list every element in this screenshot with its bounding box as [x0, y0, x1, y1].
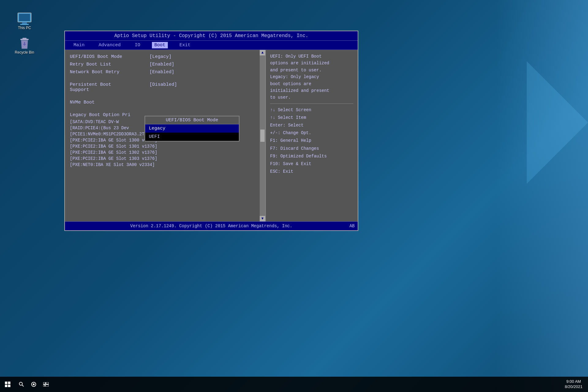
bios-setting-uefi-bios[interactable]: UEFI/BIOS Boot Mode [Legacy]: [70, 53, 260, 61]
svg-rect-17: [45, 385, 49, 386]
taskbar-clock: 9:00 AM 8/20/2021: [565, 379, 582, 390]
bios-footer: Version 2.17.1249. Copyright (C) 2015 Am…: [65, 221, 358, 230]
bios-footer-ab: AB: [349, 224, 355, 228]
svg-rect-3: [20, 24, 29, 25]
bios-label-uefi-bios-mode: UEFI/BIOS Boot Mode: [70, 54, 149, 59]
bios-footer-text: Version 2.17.1249. Copyright (C) 2015 Am…: [130, 224, 292, 228]
bios-label-network-boot: Network Boot Retry: [70, 70, 149, 75]
computer-icon-label: This PC: [18, 26, 31, 30]
bios-scroll-up[interactable]: ▲: [260, 50, 265, 55]
svg-point-10: [19, 382, 22, 385]
bios-boot-item-4[interactable]: [PXE:PCIE2:IBA GE Slot 1301 v1376]: [70, 143, 260, 149]
svg-point-13: [33, 383, 35, 385]
shortcut-f10: F10: Save & Exit: [270, 160, 353, 168]
search-icon: [19, 382, 24, 387]
bios-label-retry-boot: Retry Boot List: [70, 62, 149, 67]
bios-right-panel: UEFI: Only UEFI Boot options are initial…: [266, 50, 358, 221]
svg-rect-6: [5, 382, 7, 384]
task-view-icon: [43, 382, 49, 386]
shortcut-f1: F1: General Help: [270, 137, 353, 145]
svg-rect-1: [19, 14, 30, 21]
taskbar-right-area: 9:00 AM 8/20/2021: [565, 379, 588, 390]
svg-rect-9: [8, 385, 10, 387]
taskbar-start-button[interactable]: [0, 377, 15, 392]
bios-help-text: UEFI: Only UEFI Boot options are initial…: [270, 53, 353, 101]
right-panel-divider: [270, 104, 353, 104]
taskbar-task-view-button[interactable]: [40, 377, 52, 392]
shortcut-f9: F9: Optimized Defaults: [270, 153, 353, 160]
bios-content: UEFI/BIOS Boot Mode [Legacy] Retry Boot …: [65, 50, 358, 221]
bios-scroll-down[interactable]: ▼: [260, 216, 265, 221]
shortcut-change-opt: +/-: Change Opt.: [270, 129, 353, 137]
bios-boot-item-7[interactable]: [PXE:NET0:IBA XE Slot 3A00 v2334]: [70, 162, 260, 168]
bios-popup-item-uefi[interactable]: UEFI: [145, 133, 239, 141]
taskbar-cortana-button[interactable]: [28, 377, 40, 392]
shortcut-esc: ESC: Exit: [270, 168, 353, 175]
light-beam-triangle: [527, 61, 588, 184]
svg-line-11: [22, 385, 24, 386]
svg-rect-7: [8, 382, 10, 384]
recycle-bin-icon-label: Recycle Bin: [15, 50, 34, 55]
bios-shortcuts: ↑↓ Select Screen ↑↓ Select Item Enter: S…: [270, 106, 353, 176]
bios-window: Aptio Setup Utility - Copyright (C) 2015…: [64, 31, 358, 231]
taskbar-date-display: 8/20/2021: [565, 384, 582, 390]
bios-title: Aptio Setup Utility - Copyright (C) 2015…: [114, 33, 308, 39]
bios-boot-item-6[interactable]: [PXE:PCIE2:IBA GE Slot 1303 v1376]: [70, 156, 260, 162]
svg-rect-8: [5, 385, 7, 387]
svg-rect-15: [46, 382, 49, 384]
taskbar-time-display: 9:00 AM: [565, 379, 582, 384]
bios-value-uefi-bios-mode: [Legacy]: [149, 54, 172, 59]
bios-label-persistent-boot: Persistent BootSupport: [70, 82, 149, 92]
bios-menu-advanced[interactable]: Advanced: [96, 42, 123, 48]
computer-desktop-icon[interactable]: This PC: [12, 12, 37, 30]
bios-scroll-thumb[interactable]: [260, 130, 265, 142]
bios-value-network-boot: [Enabled]: [149, 70, 174, 75]
bios-value-persistent-boot: [Disabled]: [149, 82, 177, 92]
taskbar: 9:00 AM 8/20/2021: [0, 377, 588, 392]
cortana-icon: [31, 382, 36, 387]
windows-logo-icon: [5, 381, 11, 387]
recycle-bin-icon-img: [17, 37, 32, 50]
shortcut-enter: Enter: Select: [270, 122, 353, 129]
svg-rect-16: [43, 385, 45, 386]
bios-popup-title: UEFI/BIOS Boot Mode: [145, 116, 239, 124]
computer-icon-img: [17, 12, 32, 26]
bios-left-panel: UEFI/BIOS Boot Mode [Legacy] Retry Boot …: [65, 50, 266, 221]
recycle-bin-desktop-icon[interactable]: Recycle Bin: [12, 37, 37, 55]
bios-popup-boot-mode: UEFI/BIOS Boot Mode Legacy UEFI: [145, 116, 239, 141]
bios-popup-item-legacy[interactable]: Legacy: [145, 124, 239, 133]
svg-rect-2: [22, 22, 27, 24]
svg-rect-5: [22, 38, 27, 39]
shortcut-select-screen: ↑↓ Select Screen: [270, 106, 353, 114]
bios-menu-boot[interactable]: Boot: [152, 42, 168, 48]
bios-menubar: Main Advanced IO Boot Exit: [65, 41, 358, 50]
bios-legacy-boot-label: Legacy Boot Option Pri: [70, 112, 149, 118]
bios-setting-retry-boot[interactable]: Retry Boot List [Enabled]: [70, 61, 260, 68]
bios-setting-network-boot[interactable]: Network Boot Retry [Enabled]: [70, 68, 260, 76]
shortcut-f7: F7: Discard Changes: [270, 145, 353, 153]
bios-setting-persistent-boot[interactable]: Persistent BootSupport [Disabled]: [70, 81, 260, 94]
bios-header: Aptio Setup Utility - Copyright (C) 2015…: [65, 31, 358, 41]
taskbar-search-button[interactable]: [15, 377, 28, 392]
bios-menu-main[interactable]: Main: [71, 42, 87, 48]
bios-value-retry-boot: [Enabled]: [149, 62, 174, 67]
bios-boot-item-5[interactable]: [PXE:PCIE2:IBA GE Slot 1302 v1376]: [70, 149, 260, 156]
bios-setting-nvme-boot[interactable]: NVMe Boot: [70, 99, 260, 106]
light-beam-decoration: [496, 0, 588, 392]
bios-scrollbar[interactable]: ▲ ▼: [260, 50, 265, 221]
bios-menu-io[interactable]: IO: [132, 42, 143, 48]
svg-rect-14: [43, 382, 45, 384]
shortcut-select-item: ↑↓ Select Item: [270, 114, 353, 122]
bios-menu-exit[interactable]: Exit: [177, 42, 193, 48]
desktop: This PC Recycle Bin Aptio Setup Utility …: [0, 0, 588, 392]
bios-label-nvme-boot: NVMe Boot: [70, 100, 149, 105]
